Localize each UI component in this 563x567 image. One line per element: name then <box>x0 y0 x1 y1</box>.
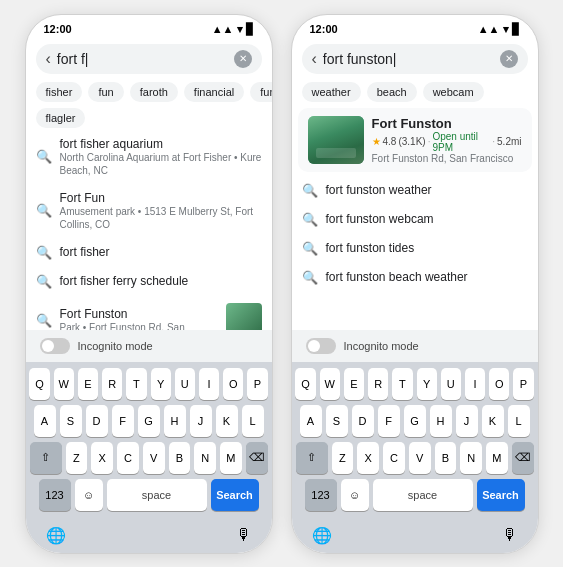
battery-icon-left: ▊ <box>246 23 254 36</box>
suggestion-0-right[interactable]: 🔍 fort funston weather <box>292 176 538 205</box>
search-button-right[interactable]: Search <box>477 479 525 511</box>
key-K-left[interactable]: K <box>216 405 238 437</box>
chip-weather[interactable]: weather <box>302 82 361 102</box>
key-C-left[interactable]: C <box>117 442 139 474</box>
search-input-right[interactable]: fort funston| <box>323 51 494 67</box>
key-Q-right[interactable]: Q <box>295 368 315 400</box>
status-icons-left: ▲▲ ▾ ▊ <box>212 23 254 36</box>
mic-icon-right[interactable]: 🎙 <box>502 526 518 545</box>
key-space-right[interactable]: space <box>373 479 473 511</box>
key-U-left[interactable]: U <box>175 368 195 400</box>
suggestion-0-left[interactable]: 🔍 fort fisher aquarium North Carolina Aq… <box>26 130 272 184</box>
key-space-left[interactable]: space <box>107 479 207 511</box>
search-button-left[interactable]: Search <box>211 479 259 511</box>
chip-fisher[interactable]: fisher <box>36 82 83 102</box>
key-H-left[interactable]: H <box>164 405 186 437</box>
chip-funston[interactable]: funston <box>250 82 271 102</box>
key-Y-left[interactable]: Y <box>151 368 171 400</box>
key-B-left[interactable]: B <box>169 442 191 474</box>
clear-button-left[interactable]: ✕ <box>234 50 252 68</box>
key-backspace-left[interactable]: ⌫ <box>246 442 268 474</box>
globe-icon-right[interactable]: 🌐 <box>312 526 332 545</box>
key-L-right[interactable]: L <box>508 405 530 437</box>
key-X-left[interactable]: X <box>91 442 113 474</box>
rich-card-right[interactable]: Fort Funston ★ 4.8 (3.1K) · Open until 9… <box>298 108 532 172</box>
key-emoji-right[interactable]: ☺ <box>341 479 369 511</box>
key-I-left[interactable]: I <box>199 368 219 400</box>
key-M-right[interactable]: M <box>486 442 508 474</box>
key-shift-right[interactable]: ⇧ <box>296 442 328 474</box>
chip-faroth[interactable]: faroth <box>130 82 178 102</box>
chip-flagler[interactable]: flagler <box>36 108 86 128</box>
key-M-left[interactable]: M <box>220 442 242 474</box>
key-T-left[interactable]: T <box>126 368 146 400</box>
key-O-right[interactable]: O <box>489 368 509 400</box>
back-arrow-left[interactable]: ‹ <box>46 50 51 68</box>
suggestion-3-right[interactable]: 🔍 fort funston beach weather <box>292 263 538 292</box>
key-A-left[interactable]: A <box>34 405 56 437</box>
key-V-right[interactable]: V <box>409 442 431 474</box>
key-L-left[interactable]: L <box>242 405 264 437</box>
suggestion-1-left[interactable]: 🔍 Fort Fun Amusement park • 1513 E Mulbe… <box>26 184 272 238</box>
key-R-left[interactable]: R <box>102 368 122 400</box>
key-Q-left[interactable]: Q <box>29 368 49 400</box>
incognito-toggle-left[interactable] <box>40 338 70 354</box>
search-bar-right[interactable]: ‹ fort funston| ✕ <box>302 44 528 74</box>
key-H-right[interactable]: H <box>430 405 452 437</box>
suggestion-2-left[interactable]: 🔍 fort fisher <box>26 238 272 267</box>
key-num-left[interactable]: 123 <box>39 479 71 511</box>
key-K-right[interactable]: K <box>482 405 504 437</box>
key-O-left[interactable]: O <box>223 368 243 400</box>
chip-financial[interactable]: financial <box>184 82 244 102</box>
key-J-left[interactable]: J <box>190 405 212 437</box>
back-arrow-right[interactable]: ‹ <box>312 50 317 68</box>
chip-webcam[interactable]: webcam <box>423 82 484 102</box>
key-shift-left[interactable]: ⇧ <box>30 442 62 474</box>
key-U-right[interactable]: U <box>441 368 461 400</box>
key-G-right[interactable]: G <box>404 405 426 437</box>
key-num-right[interactable]: 123 <box>305 479 337 511</box>
incognito-toggle-right[interactable] <box>306 338 336 354</box>
key-D-right[interactable]: D <box>352 405 374 437</box>
suggestion-title-4: Fort Funston <box>60 307 218 321</box>
key-R-right[interactable]: R <box>368 368 388 400</box>
chip-fun[interactable]: fun <box>88 82 123 102</box>
key-N-right[interactable]: N <box>460 442 482 474</box>
key-Y-right[interactable]: Y <box>417 368 437 400</box>
key-A-right[interactable]: A <box>300 405 322 437</box>
key-T-right[interactable]: T <box>392 368 412 400</box>
key-P-right[interactable]: P <box>513 368 533 400</box>
key-E-left[interactable]: E <box>78 368 98 400</box>
key-W-right[interactable]: W <box>320 368 340 400</box>
key-N-left[interactable]: N <box>194 442 216 474</box>
key-J-right[interactable]: J <box>456 405 478 437</box>
chip-beach[interactable]: beach <box>367 82 417 102</box>
key-B-right[interactable]: B <box>435 442 457 474</box>
globe-icon-left[interactable]: 🌐 <box>46 526 66 545</box>
key-S-left[interactable]: S <box>60 405 82 437</box>
key-backspace-right[interactable]: ⌫ <box>512 442 534 474</box>
suggestion-3-left[interactable]: 🔍 fort fisher ferry schedule <box>26 267 272 296</box>
key-G-left[interactable]: G <box>138 405 160 437</box>
key-I-right[interactable]: I <box>465 368 485 400</box>
key-P-left[interactable]: P <box>247 368 267 400</box>
suggestion-1-right[interactable]: 🔍 fort funston webcam <box>292 205 538 234</box>
key-E-right[interactable]: E <box>344 368 364 400</box>
search-bar-left[interactable]: ‹ fort f| ✕ <box>36 44 262 74</box>
key-D-left[interactable]: D <box>86 405 108 437</box>
search-input-left[interactable]: fort f| <box>57 51 228 67</box>
key-W-left[interactable]: W <box>54 368 74 400</box>
key-X-right[interactable]: X <box>357 442 379 474</box>
key-S-right[interactable]: S <box>326 405 348 437</box>
mic-icon-left[interactable]: 🎙 <box>236 526 252 545</box>
key-F-left[interactable]: F <box>112 405 134 437</box>
clear-button-right[interactable]: ✕ <box>500 50 518 68</box>
key-F-right[interactable]: F <box>378 405 400 437</box>
key-Z-left[interactable]: Z <box>66 442 88 474</box>
key-emoji-left[interactable]: ☺ <box>75 479 103 511</box>
key-C-right[interactable]: C <box>383 442 405 474</box>
suggestion-2-right[interactable]: 🔍 fort funston tides <box>292 234 538 263</box>
suggestion-4-left[interactable]: 🔍 Fort Funston Park • Fort Funston Rd, S… <box>26 296 272 330</box>
key-Z-right[interactable]: Z <box>332 442 354 474</box>
key-V-left[interactable]: V <box>143 442 165 474</box>
